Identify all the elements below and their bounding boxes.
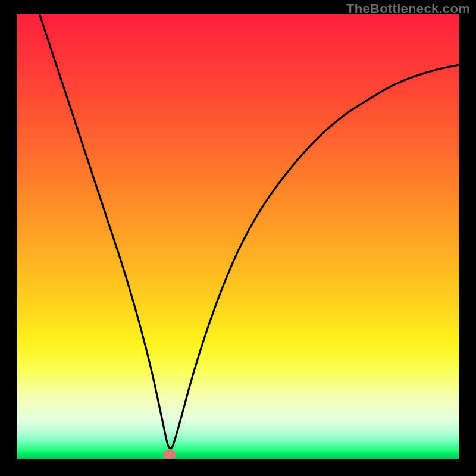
optimal-point-marker — [163, 450, 176, 459]
curve-svg — [17, 14, 459, 459]
plot-area — [17, 14, 459, 459]
bottleneck-curve — [39, 14, 459, 449]
watermark-text: TheBottleneck.com — [346, 1, 470, 17]
